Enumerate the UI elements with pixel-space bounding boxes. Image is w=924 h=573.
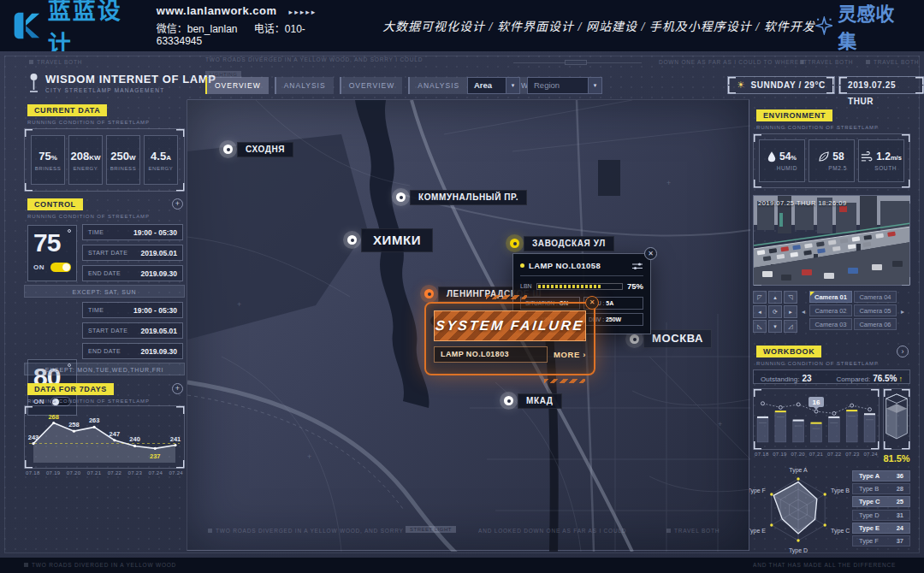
workbook-chart-panel: 16 [753, 388, 880, 450]
city-map[interactable]: ++++ СХОДНЯ КОММУНАЛЬНЫЙ ПР. ХИМКИ ЗАВОД… [187, 99, 749, 551]
map-pin-skhodnya[interactable] [223, 145, 233, 154]
type-row-c[interactable]: Type C25 [852, 496, 910, 507]
camera-list-prev-icon[interactable]: ◂ [802, 308, 805, 316]
tab-analysis-2[interactable]: ANALYSIS [408, 77, 467, 94]
panel-title-workbook: WORKBOOK [756, 346, 821, 357]
arrows-decor: ▸▸▸▸▸ [289, 8, 317, 16]
arrow-down-icon[interactable]: ▾ [768, 320, 782, 333]
camera-button-6[interactable]: Camera 06 [854, 318, 897, 330]
type-list: Type A36 Type B28 Type C25 Type D31 Type… [852, 470, 910, 548]
schedule-toggle-1[interactable] [50, 263, 71, 272]
brightness-bar[interactable] [536, 283, 623, 290]
map-label-skhodnya[interactable]: СХОДНЯ [237, 142, 293, 157]
wechat-id: 微信：ben_lanlan [157, 23, 238, 35]
close-icon[interactable]: ✕ [644, 247, 657, 260]
map-label-khimki[interactable]: ХИМКИ [361, 228, 433, 252]
arrow-down-left-icon[interactable]: ◺ [753, 320, 767, 333]
tab-analysis-1[interactable]: ANALYSIS [275, 77, 334, 94]
map-label-zavodskaya[interactable]: ЗАВОДСКАЯ УЛ [524, 236, 614, 251]
camera-button-2[interactable]: Camera 02 [809, 304, 852, 316]
page-title: WISDOM INTERNET OF LAMP [45, 73, 216, 86]
svg-text:Type E: Type E [749, 528, 766, 535]
svg-text:+: + [718, 420, 722, 428]
region-select[interactable]: Region ▾ [527, 77, 602, 94]
map-pin-khimki[interactable] [347, 235, 357, 245]
chevron-down-icon: ▾ [588, 78, 601, 93]
x-axis-label: 07.22 [108, 470, 122, 476]
refresh-icon[interactable]: ⟳ [768, 305, 782, 318]
camera-feed[interactable]: 2019.07.25 THUR 18:26:09 [753, 195, 910, 286]
camera-button-1[interactable]: Camera 01 [809, 291, 852, 303]
add-schedule-button[interactable]: + [172, 198, 183, 210]
arrow-right-icon[interactable]: ▸ [784, 305, 797, 318]
arrow-up-icon[interactable]: ▴ [768, 291, 782, 304]
arrow-up-right-icon[interactable]: ◹ [784, 291, 797, 304]
failure-title-plate: SYSTEM FAILURE [434, 310, 586, 341]
week-chart-panel: 243268258263247240237241 [24, 405, 185, 469]
workbook-stats: Outstanding:23 Compared:76.5%↑ [753, 369, 910, 384]
area-select[interactable]: Area ▾ [467, 77, 520, 94]
camera-button-5[interactable]: Camera 05 [854, 304, 897, 316]
type-row-b[interactable]: Type B28 [852, 483, 910, 494]
arrow-down-right-icon[interactable]: ◿ [784, 320, 797, 333]
spark-icon [815, 16, 833, 35]
end-date-row[interactable]: END DATE2019.09.30 [82, 265, 183, 281]
arrow-up-left-icon[interactable]: ◸ [753, 291, 767, 304]
svg-text:Type C: Type C [831, 528, 850, 535]
sliders-icon[interactable] [631, 262, 643, 270]
arrow-left-icon[interactable]: ◂ [753, 305, 767, 318]
date-chip: 2019.07.25 THUR [838, 76, 924, 94]
panel-title-current-data: CURRENT DATA [27, 104, 107, 116]
panel-subtitle: RUNNING CONDITION OF STREETLAMP [756, 125, 879, 130]
except-bar-1: EXCEPT: SAT, SUN [24, 285, 185, 298]
panel-title-control: CONTROL [27, 198, 83, 210]
map-pin-zavodskaya[interactable] [510, 239, 519, 248]
weather-chip: ☀SUNNDAY / 29°C [727, 76, 835, 94]
collect-button[interactable]: 灵感收集 [815, 0, 909, 53]
start-date-row[interactable]: START DATE2019.05.01 [82, 245, 183, 261]
time-row[interactable]: TIME19:00 - 05:30 [82, 302, 183, 318]
start-date-row[interactable]: START DATE2019.05.01 [82, 322, 183, 339]
camera-list-next-icon[interactable]: ▸ [901, 308, 904, 316]
ticker-item: DOWN ONE AS FAR AS I COULD TO WHERE IT [659, 59, 808, 65]
x-axis-label: 07.24 [169, 470, 183, 476]
end-date-row[interactable]: END DATE2019.09.30 [82, 343, 183, 359]
time-row[interactable]: TIME19:00 - 05:30 [82, 224, 183, 240]
lbn-label: LBN [520, 283, 532, 289]
map-pin-kommunalny[interactable] [396, 192, 406, 202]
x-axis-label: 07.23 [845, 452, 860, 457]
workbook-more-button[interactable]: › [897, 346, 909, 357]
tab-overview-1[interactable]: OVERVIEW [205, 77, 269, 94]
type-row-a[interactable]: Type A36 [852, 470, 910, 481]
brand-logo-icon [12, 9, 43, 42]
map-pin-moskva[interactable] [630, 334, 639, 344]
camera-button-4[interactable]: Camera 04 [854, 291, 897, 303]
type-row-d[interactable]: Type D31 [852, 510, 910, 521]
ticker-item: TRAVEL BOTH [29, 59, 82, 65]
map-label-moskva[interactable]: МОСКВА [643, 329, 712, 348]
map-label-kommunalny[interactable]: КОММУНАЛЬНЫЙ ПР. [410, 190, 527, 205]
tab-overview-2[interactable]: OVERVIEW [340, 77, 403, 94]
system-failure-popup: ✕ SYSTEM FAILURE LAMP NO.L01803 MORE › [424, 302, 595, 375]
ticker-slider[interactable] [513, 62, 642, 63]
panel-subtitle: RUNNING CONDITION OF STREETLAMP [27, 120, 150, 125]
map-pin-leningradskoe[interactable] [424, 289, 434, 298]
type-row-f[interactable]: Type F37 [852, 535, 910, 546]
ticker-item: TRAVEL BOTH [666, 528, 720, 534]
svg-text:+: + [237, 300, 241, 309]
map-pin-mkad[interactable] [504, 396, 513, 405]
map-label-mkad[interactable]: МКАД [518, 393, 562, 409]
x-axis-label: 07.19 [773, 452, 787, 457]
camera-button-3[interactable]: Camera 03 [809, 318, 852, 330]
website-link[interactable]: www.lanlanwork.com [157, 4, 277, 17]
expand-week-chart-button[interactable]: + [172, 383, 183, 394]
status-dot [520, 263, 524, 268]
type-row-e[interactable]: Type E24 [852, 523, 910, 534]
footer-bar: TWO ROADS DIVERGED IN A YELLOW WOOD AND … [0, 558, 924, 573]
more-button[interactable]: MORE › [554, 350, 586, 359]
square-icon [29, 60, 33, 64]
close-icon[interactable]: ✕ [585, 296, 599, 310]
svg-text:Type D: Type D [789, 547, 808, 554]
camera-dpad: ◸ ▴ ◹ ◂ ⟳ ▸ ◺ ▾ ◿ [753, 291, 797, 333]
ticker-item: TRAVEL BOTH [800, 59, 853, 65]
